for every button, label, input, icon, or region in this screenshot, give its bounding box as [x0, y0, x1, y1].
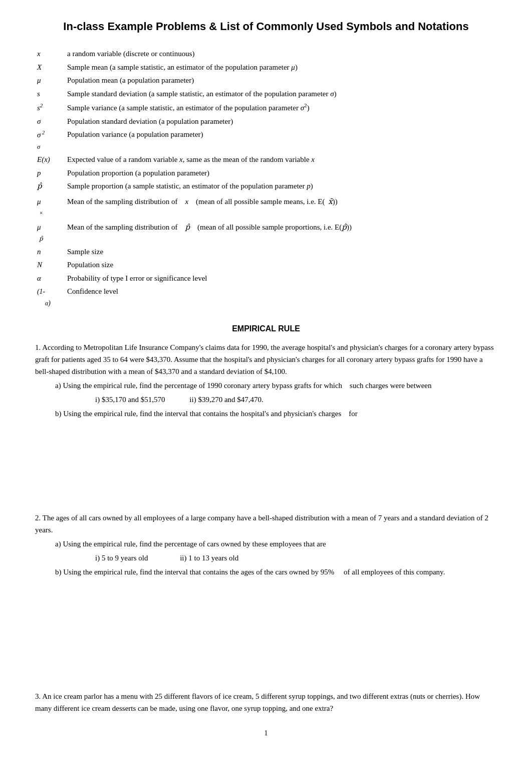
- problem-2-part-a-i-ii: i) 5 to 9 years old ii) 1 to 13 years ol…: [95, 552, 497, 564]
- problem-2-part-a: a) Using the empirical rule, find the pe…: [55, 538, 497, 564]
- symbol-phat: p̂: [35, 179, 65, 193]
- symbol-n: n: [35, 245, 65, 259]
- table-row: μ × Mean of the sampling distribution of…: [35, 193, 497, 220]
- table-row: E(x) Expected value of a random variable…: [35, 153, 497, 166]
- table-row: s2 Sample variance (a sample statistic, …: [35, 100, 497, 115]
- symbols-table: x a random variable (discrete or continu…: [35, 47, 497, 309]
- desc-x: a random variable (discrete or continuou…: [65, 47, 497, 61]
- empirical-rule-title: EMPIRICAL RULE: [35, 324, 497, 333]
- problem-3: 3. An ice cream parlor has a menu with 2…: [35, 690, 497, 714]
- desc-xbar: Sample mean (a sample statistic, an esti…: [65, 61, 497, 74]
- problem-1-part-a-sub: i) $35,170 and $51,570 ii) $39,270 and $…: [95, 394, 497, 406]
- symbol-sigma: σ: [35, 115, 65, 128]
- desc-mu-phat: Mean of the sampling distribution of p̂ …: [65, 220, 497, 245]
- problem-2-part-a-text: a) Using the empirical rule, find the pe…: [55, 538, 497, 550]
- table-row: p Population proportion (a population pa…: [35, 166, 497, 180]
- table-row: p̂ Sample proportion (a sample statistic…: [35, 179, 497, 193]
- table-row: N Population size: [35, 258, 497, 272]
- desc-1-alpha: Confidence level: [65, 285, 497, 309]
- problem-1-part-b: b) Using the empirical rule, find the in…: [55, 408, 497, 420]
- problem-2-text: 2. The ages of all cars owned by all emp…: [35, 512, 497, 536]
- table-row: (1- α) Confidence level: [35, 285, 497, 309]
- table-row: s Sample standard deviation (a sample st…: [35, 87, 497, 101]
- symbol-1-alpha: (1- α): [35, 285, 65, 309]
- desc-phat: Sample proportion (a sample statistic, a…: [65, 179, 497, 193]
- desc-sigma: Population standard deviation (a populat…: [65, 115, 497, 128]
- symbol-mu: μ: [35, 74, 65, 87]
- table-row: σ Population standard deviation (a popul…: [35, 115, 497, 128]
- desc-ex: Expected value of a random variable x, s…: [65, 153, 497, 166]
- table-row: μ p̂ Mean of the sampling distribution o…: [35, 220, 497, 245]
- page-title: In-class Example Problems & List of Comm…: [35, 20, 497, 33]
- problem-1-text: 1. According to Metropolitan Life Insura…: [35, 341, 497, 377]
- problem-2-part-b: b) Using the empirical rule, find the in…: [55, 566, 497, 578]
- symbol-x: x: [35, 47, 65, 61]
- problem-2-part-a-sub: i) 5 to 9 years old ii) 1 to 13 years ol…: [95, 552, 497, 564]
- problem-1: 1. According to Metropolitan Life Insura…: [35, 341, 497, 420]
- symbol-N: N: [35, 258, 65, 272]
- answer-space-2: [35, 590, 497, 690]
- desc-alpha: Probability of type I error or significa…: [65, 272, 497, 285]
- answer-space-1: [35, 432, 497, 512]
- problem-1-part-b-text: b) Using the empirical rule, find the in…: [55, 408, 497, 420]
- desc-sigma2: Population variance (a population parame…: [65, 128, 497, 153]
- desc-n: Sample size: [65, 245, 497, 259]
- symbol-ex: E(x): [35, 153, 65, 166]
- problem-3-text: 3. An ice cream parlor has a menu with 2…: [35, 690, 497, 714]
- desc-mu: Population mean (a population parameter): [65, 74, 497, 87]
- page-number: 1: [35, 729, 497, 737]
- symbol-s2: s2: [35, 100, 65, 115]
- symbol-xbar: X: [35, 61, 65, 74]
- symbol-p: p: [35, 166, 65, 180]
- table-row: X Sample mean (a sample statistic, an es…: [35, 61, 497, 74]
- symbol-sigma2: σ 2σ: [35, 128, 65, 153]
- desc-mu-xbar: Mean of the sampling distribution of x (…: [65, 193, 497, 220]
- desc-s2: Sample variance (a sample statistic, an …: [65, 100, 497, 115]
- symbol-mu-xbar: μ ×: [35, 193, 65, 220]
- problem-2-part-b-text: b) Using the empirical rule, find the in…: [55, 566, 497, 578]
- table-row: n Sample size: [35, 245, 497, 259]
- symbol-s: s: [35, 87, 65, 101]
- problem-1-part-a-i-ii: i) $35,170 and $51,570 ii) $39,270 and $…: [95, 394, 497, 406]
- symbol-alpha: α: [35, 272, 65, 285]
- desc-s: Sample standard deviation (a sample stat…: [65, 87, 497, 101]
- desc-N: Population size: [65, 258, 497, 272]
- problem-1-part-a: a) Using the empirical rule, find the pe…: [55, 379, 497, 406]
- table-row: μ Population mean (a population paramete…: [35, 74, 497, 87]
- desc-p: Population proportion (a population para…: [65, 166, 497, 180]
- problem-1-part-a-text: a) Using the empirical rule, find the pe…: [55, 379, 497, 392]
- table-row: x a random variable (discrete or continu…: [35, 47, 497, 61]
- table-row: α Probability of type I error or signifi…: [35, 272, 497, 285]
- symbol-mu-phat: μ p̂: [35, 220, 65, 245]
- problem-2: 2. The ages of all cars owned by all emp…: [35, 512, 497, 578]
- table-row: σ 2σ Population variance (a population p…: [35, 128, 497, 153]
